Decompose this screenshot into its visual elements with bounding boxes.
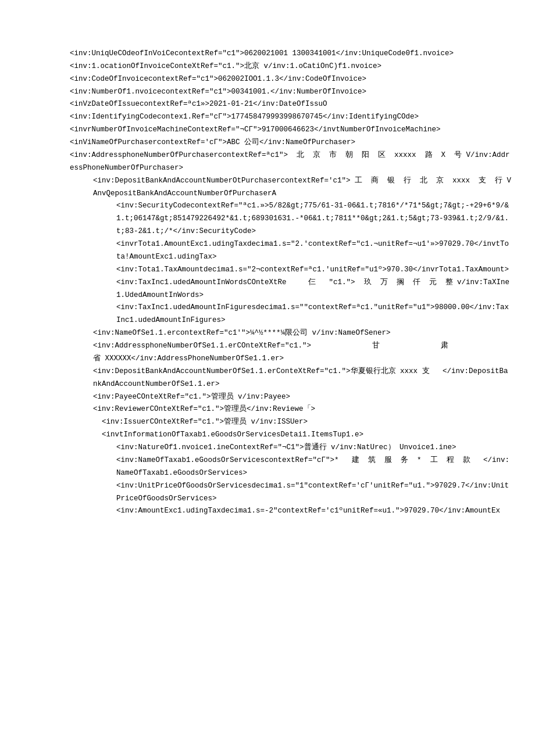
xml-line: <inVzDateOfIssuecontextRef=ªc1»>2021-01-… bbox=[23, 98, 512, 111]
xml-line: <invrNumberOfInvoiceMachineContextRef="¬… bbox=[23, 124, 512, 137]
xml-line: <inv:AddressphoneNumberOfPurchasercontex… bbox=[23, 149, 512, 175]
xml-line: <inv:Tota1.TaxAmountdecima1.s="2¬context… bbox=[23, 264, 512, 277]
xml-line: <inv:NameOfTaxab1.eGoodsOrServicescontex… bbox=[23, 454, 512, 480]
xml-line: <inv:ReviewerCOnteXtRef="c1.">管理员</inv:R… bbox=[23, 403, 512, 416]
xml-line: <inv:IssuerCOnteXtRef="c1.">管理员 v/inv:IS… bbox=[23, 416, 512, 429]
xml-line: <inv:AmountExc1.udingTaxdecima1.s=-2"con… bbox=[23, 505, 512, 518]
xml-line: <inv:IdentifyingCodecontex1.Ref="cΓ">177… bbox=[23, 111, 512, 124]
xml-line: <inv:DepositBankAndAccountNumberOfSe1.1.… bbox=[23, 366, 512, 391]
xml-line: <inv:NatureOf1.nvoice1.ineContextRef="¬C… bbox=[23, 442, 512, 454]
xml-line: <inv:PayeeCOnteXtRef="c1.">管理员 v/inv:Pay… bbox=[23, 391, 512, 404]
xml-line: <inv:1.ocationOfInvoiceConteXtRef="c1.">… bbox=[23, 60, 512, 73]
xml-line: <invtInformationOfTaxab1.eGoodsOrService… bbox=[23, 429, 512, 442]
xml-line: <inViNameOfPurchasercontextRef='cΓ">ABC … bbox=[23, 137, 512, 149]
xml-line: <inv:AddressphoneNumberOfSe1.1.erCOnteXt… bbox=[23, 340, 512, 366]
xml-line: <inv:UnitPriceOfGoodsOrServicesdecima1.s… bbox=[23, 480, 512, 506]
xml-line: <inv:UniqUeCOdeofInVoiCecontextRef="c1">… bbox=[23, 48, 512, 60]
xml-line: <inv:SecurityCodecontextRef="ªc1.»>5/82&… bbox=[23, 200, 512, 238]
xml-content: <inv:UniqUeCOdeofInVoiCecontextRef="c1">… bbox=[23, 35, 512, 518]
xml-line: <inv:NameOfSe1.1.ercontextRef="c1'">¼^½*… bbox=[23, 327, 512, 340]
xml-line: <inv:DepositBankAndAccountNumberOtPurcha… bbox=[23, 175, 512, 200]
xml-line: <inv:TaxInc1.udedAmountInFiguresdecima1.… bbox=[23, 302, 512, 327]
xml-line: <inv:TaxInc1.udedAmountInWordsCOnteXtRe … bbox=[23, 277, 512, 302]
xml-line: <inv:CodeOfInvoicecontextRef="c1">062002… bbox=[23, 73, 512, 86]
xml-line: <inv:NumberOf1.nvoicecontextRef="c1">003… bbox=[23, 86, 512, 99]
xml-line: <invrTota1.AmountExc1.udingTaxdecima1.s=… bbox=[23, 238, 512, 264]
